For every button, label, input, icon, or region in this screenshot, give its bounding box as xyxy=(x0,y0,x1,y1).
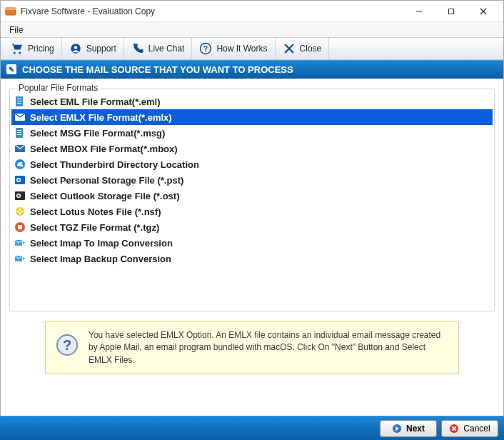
format-option[interactable]: Select Outlook Storage File (*.ost) xyxy=(11,188,493,204)
svg-rect-31 xyxy=(18,225,22,229)
svg-rect-13 xyxy=(17,99,21,99)
format-option[interactable]: Select Thunderbird Directory Location xyxy=(11,156,493,172)
menu-bar: File xyxy=(1,22,503,38)
format-label: Select EMLX File Format(*.emlx) xyxy=(30,112,172,123)
format-option[interactable]: Select TGZ File Format (*.tgz) xyxy=(11,219,493,235)
instruction-banner: ✎ CHOOSE THE MAIL SOURCE THAT YOU WANT T… xyxy=(1,60,503,79)
close-label: Close xyxy=(300,44,322,54)
next-button[interactable]: Next xyxy=(380,420,437,437)
pricing-label: Pricing xyxy=(28,44,54,54)
format-option[interactable]: Select EML File Format(*.eml) xyxy=(11,94,493,109)
minimize-button[interactable] xyxy=(403,1,435,21)
format-label: Select Lotus Notes File (*.nsf) xyxy=(30,206,161,217)
svg-point-7 xyxy=(74,46,77,49)
x-icon xyxy=(283,42,296,55)
info-text: You have selected EMLX Option. An EMLX f… xyxy=(89,329,448,366)
format-option[interactable]: Select Personal Storage File (*.pst) xyxy=(11,172,493,188)
cart-icon xyxy=(11,42,24,55)
imap-icon xyxy=(14,237,26,249)
format-label: Select Imap Backup Conversion xyxy=(30,254,171,264)
question-icon: ? xyxy=(199,42,212,55)
toolbar: Pricing Support Live Chat ? How It Works… xyxy=(1,38,503,60)
support-label: Support xyxy=(86,44,116,54)
window-controls xyxy=(403,1,499,21)
svg-rect-1 xyxy=(6,8,16,10)
outlook-dark-icon xyxy=(14,190,26,201)
next-label: Next xyxy=(406,424,425,434)
app-icon xyxy=(5,6,16,17)
format-label: Select MSG File Format(*.msg) xyxy=(30,128,165,139)
file-mail-icon xyxy=(14,143,26,154)
svg-rect-18 xyxy=(17,130,21,131)
cancel-button[interactable]: Cancel xyxy=(441,420,498,437)
question-circle-icon: ? xyxy=(56,334,79,356)
formats-legend: Popular File Formats xyxy=(16,83,101,93)
format-label: Select TGZ File Format (*.tgz) xyxy=(30,222,159,233)
svg-rect-14 xyxy=(17,101,21,101)
format-label: Select Outlook Storage File (*.ost) xyxy=(30,191,179,201)
svg-rect-15 xyxy=(17,103,21,104)
window-title: Fixvare Software - Evaluation Copy xyxy=(21,6,403,16)
file-blue-icon xyxy=(14,96,26,107)
svg-rect-20 xyxy=(17,134,21,135)
svg-text:?: ? xyxy=(63,337,71,353)
arrow-right-icon xyxy=(392,424,402,434)
livechat-button[interactable]: Live Chat xyxy=(124,38,193,59)
svg-rect-19 xyxy=(17,132,21,133)
headset-icon xyxy=(69,42,82,55)
imap-icon xyxy=(14,253,26,264)
svg-point-25 xyxy=(18,179,20,181)
format-option[interactable]: Select EMLX File Format(*.emlx) xyxy=(11,109,493,125)
formats-list: Select EML File Format(*.eml)Select EMLX… xyxy=(11,94,493,266)
svg-text:?: ? xyxy=(203,44,208,53)
format-option[interactable]: Select Imap Backup Conversion xyxy=(11,251,493,266)
menu-file[interactable]: File xyxy=(4,24,29,36)
outlook-icon xyxy=(14,174,26,186)
footer-bar: Next Cancel xyxy=(0,416,504,440)
phone-icon xyxy=(131,42,144,55)
banner-icon: ✎ xyxy=(6,64,16,74)
svg-point-28 xyxy=(18,195,20,197)
title-bar: Fixvare Software - Evaluation Copy xyxy=(1,1,503,22)
format-option[interactable]: Select MSG File Format(*.msg) xyxy=(11,125,493,141)
tgz-icon xyxy=(14,221,26,233)
content-area: Popular File Formats Select EML File For… xyxy=(1,79,503,376)
maximize-button[interactable] xyxy=(435,1,467,21)
format-label: Select Imap To Imap Conversion xyxy=(30,238,173,249)
format-option[interactable]: Select Imap To Imap Conversion xyxy=(11,235,493,251)
info-box: ? You have selected EMLX Option. An EMLX… xyxy=(45,321,459,374)
howitworks-label: How It Works xyxy=(216,44,267,54)
close-window-button[interactable] xyxy=(467,1,499,21)
banner-text: CHOOSE THE MAIL SOURCE THAT YOU WANT TO … xyxy=(22,64,293,75)
svg-rect-3 xyxy=(448,9,453,14)
format-label: Select Thunderbird Directory Location xyxy=(30,159,199,170)
format-label: Select Personal Storage File (*.pst) xyxy=(30,175,183,186)
pricing-button[interactable]: Pricing xyxy=(4,38,62,59)
format-option[interactable]: Select Lotus Notes File (*.nsf) xyxy=(11,204,493,219)
close-button[interactable]: Close xyxy=(276,38,330,59)
file-blue-icon xyxy=(14,127,26,139)
format-label: Select MBOX File Format(*.mbox) xyxy=(30,144,178,154)
lotus-icon xyxy=(14,206,26,217)
file-mail-icon xyxy=(14,111,26,123)
format-option[interactable]: Select MBOX File Format(*.mbox) xyxy=(11,141,493,156)
thunderbird-icon xyxy=(14,159,26,170)
livechat-label: Live Chat xyxy=(148,44,185,54)
cancel-icon xyxy=(449,424,459,434)
howitworks-button[interactable]: ? How It Works xyxy=(192,38,275,59)
cancel-label: Cancel xyxy=(463,424,490,434)
format-label: Select EML File Format(*.eml) xyxy=(30,96,161,107)
formats-fieldset: Popular File Formats Select EML File For… xyxy=(9,89,495,311)
support-button[interactable]: Support xyxy=(62,38,124,59)
